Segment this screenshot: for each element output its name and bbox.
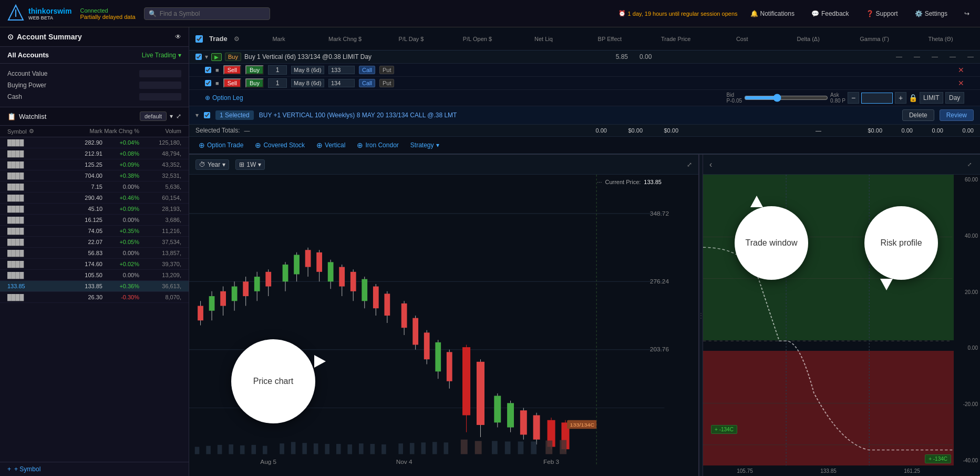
leg1-sell-btn[interactable]: Sell: [223, 65, 241, 75]
row-vol: 32,531,: [139, 173, 181, 179]
watchlist-row[interactable]: ████ 26.30 -0.30% 8,070,: [0, 292, 189, 303]
live-trading-badge[interactable]: Live Trading ▾: [142, 52, 181, 59]
review-btn[interactable]: Review: [940, 109, 974, 121]
leg1-close-btn[interactable]: ✕: [958, 66, 964, 74]
watchlist-row[interactable]: ████ 105.50 0.00% 13,209,: [0, 270, 189, 281]
price-slider[interactable]: [744, 94, 828, 102]
watchlist-row[interactable]: ████ 74.05 +0.35% 11,216,: [0, 226, 189, 237]
totals-val7: —: [790, 127, 821, 134]
leg2-put-btn[interactable]: Put: [379, 79, 395, 87]
default-btn[interactable]: default: [140, 112, 167, 121]
trade-gear-icon[interactable]: ⚙: [234, 35, 240, 43]
y-label-0: 0.00: [956, 345, 978, 351]
row-vol: 37,534,: [139, 239, 181, 245]
eye-icon[interactable]: 👁: [175, 33, 181, 40]
chevron-down-icon[interactable]: ▾: [170, 113, 173, 120]
chart-divider[interactable]: ⋮: [699, 155, 703, 476]
vertical-btn[interactable]: ⊕ Vertical: [313, 140, 348, 150]
gear-icon[interactable]: ⚙: [29, 128, 34, 135]
leg2-checkbox[interactable]: [205, 80, 211, 86]
plus-icon: ⊕: [199, 141, 205, 149]
leg2-call-btn[interactable]: Call: [359, 79, 375, 87]
period-control[interactable]: ⏱ Year ▾: [195, 159, 229, 170]
leg1-expiry[interactable]: May 8 (6d): [291, 66, 324, 74]
watchlist-row[interactable]: ████ 212.91 +0.08% 48,794,: [0, 148, 189, 159]
search-bar[interactable]: 🔍: [144, 7, 270, 20]
leg2-sell-btn[interactable]: Sell: [223, 78, 241, 88]
expand-icon[interactable]: ▾: [205, 53, 208, 60]
expand-icon[interactable]: ⤢: [176, 113, 181, 120]
iron-condor-btn[interactable]: ⊕ Iron Condor: [354, 140, 401, 150]
svg-rect-56: [494, 396, 501, 423]
interval-control[interactable]: ⊞ 1W ▾: [235, 159, 265, 170]
watchlist-row[interactable]: 133.85 133.85 +0.36% 36,613,: [0, 281, 189, 292]
price-minus-btn[interactable]: −: [848, 92, 859, 104]
leg1-checkbox[interactable]: [205, 67, 211, 73]
settings-btn[interactable]: ⚙️ Settings: [911, 8, 952, 19]
leg2-strike[interactable]: 134: [328, 79, 355, 87]
price-plus-btn[interactable]: +: [895, 92, 906, 104]
strategy-dropdown-btn[interactable]: Strategy ▾: [407, 140, 442, 150]
watchlist-row[interactable]: ████ 174.60 +0.02% 39,370,: [0, 259, 189, 270]
add-symbol-row[interactable]: + + Symbol: [0, 462, 189, 476]
lock-icon[interactable]: 🔒: [909, 94, 917, 102]
svg-rect-92: [398, 443, 403, 454]
totals-row: Selected Totals: — 0.00 $0.00 $0.00 — $0…: [189, 125, 980, 137]
leg2-qty[interactable]: [268, 78, 287, 88]
watchlist-row[interactable]: ████ 282.90 +0.04% 125,180,: [0, 137, 189, 148]
search-input[interactable]: [160, 10, 265, 17]
dash-col5: —: [967, 53, 974, 60]
chart-expand-btn[interactable]: ⤢: [687, 161, 692, 168]
order-checkbox[interactable]: [195, 54, 202, 60]
watchlist-row[interactable]: ████ 125.25 +0.09% 43,352,: [0, 159, 189, 170]
delete-btn[interactable]: Delete: [902, 109, 934, 121]
support-btn[interactable]: ❓ Support: [862, 8, 902, 19]
logout-btn[interactable]: ↪: [960, 8, 974, 19]
selected-expand-icon[interactable]: ▾: [195, 112, 199, 119]
add-leg-btn[interactable]: ⊕ Option Leg: [205, 94, 243, 102]
leg2-expiry[interactable]: May 8 (6d): [291, 79, 324, 87]
totals-val12: 0.00: [947, 127, 974, 134]
watchlist-icon: 📋: [7, 113, 16, 120]
totals-val1: 0.00: [581, 127, 607, 134]
watchlist-row[interactable]: ████ 16.125 0.00% 3,686,: [0, 215, 189, 226]
leg1-put-btn[interactable]: Put: [379, 66, 395, 74]
col-chng: Mark Chng %: [102, 128, 139, 135]
option-trade-btn[interactable]: ⊕ Option Trade: [195, 140, 246, 150]
collapse-btn[interactable]: ‹: [709, 160, 712, 169]
leg1-buy-btn[interactable]: Buy: [245, 65, 264, 75]
leg2-close-btn[interactable]: ✕: [958, 79, 964, 87]
row-chng: +0.36%: [102, 283, 139, 289]
selected-checkbox[interactable]: [204, 112, 210, 118]
covered-stock-btn[interactable]: ⊕ Covered Stock: [252, 140, 308, 150]
leg1-strike[interactable]: 133: [328, 66, 355, 74]
tif-select[interactable]: Day: [945, 92, 964, 104]
price-input[interactable]: 0.38: [861, 93, 893, 104]
svg-rect-95: [432, 442, 437, 454]
watchlist-row[interactable]: ████ 45.10 +0.09% 28,193,: [0, 204, 189, 215]
svg-rect-78: [229, 444, 233, 454]
account-value-row: Account Value: [7, 68, 181, 79]
watchlist-row[interactable]: ████ 704.00 +0.38% 32,531,: [0, 170, 189, 181]
order-type-select[interactable]: LIMIT: [920, 92, 943, 104]
watchlist-row[interactable]: ████ 56.83 0.00% 13,857,: [0, 248, 189, 259]
clock-icon: ⏱: [199, 161, 205, 168]
leg1-qty[interactable]: [268, 65, 287, 75]
selected-row: ▾ 1 Selected BUY +1 VERTICAL 100 (Weekly…: [189, 106, 980, 125]
plus-icon: ⊕: [316, 141, 323, 149]
svg-rect-86: [325, 444, 329, 454]
expand-right-icon[interactable]: ⤢: [967, 161, 972, 167]
watchlist-row[interactable]: ████ 22.07 +0.05% 37,534,: [0, 237, 189, 248]
feedback-btn[interactable]: 💬 Feedback: [807, 8, 853, 19]
leg2-buy-btn[interactable]: Buy: [245, 78, 264, 88]
plus-icon: ⊕: [357, 141, 363, 149]
leg1-call-btn[interactable]: Call: [359, 66, 375, 74]
row-symbol: ████: [7, 250, 66, 256]
totals-label: Selected Totals:: [195, 127, 240, 134]
watchlist-row[interactable]: ████ 290.40 +0.46% 60,154,: [0, 193, 189, 204]
trade-checkbox[interactable]: [195, 35, 203, 43]
notifications-btn[interactable]: 🔔 Notifications: [746, 8, 799, 19]
dash-col4: —: [950, 53, 956, 60]
candlestick-svg: 133/134C 348.72 276.24 203.76 Aug 5 Nov …: [189, 175, 698, 476]
watchlist-row[interactable]: ████ 7.15 0.00% 5,636,: [0, 181, 189, 193]
